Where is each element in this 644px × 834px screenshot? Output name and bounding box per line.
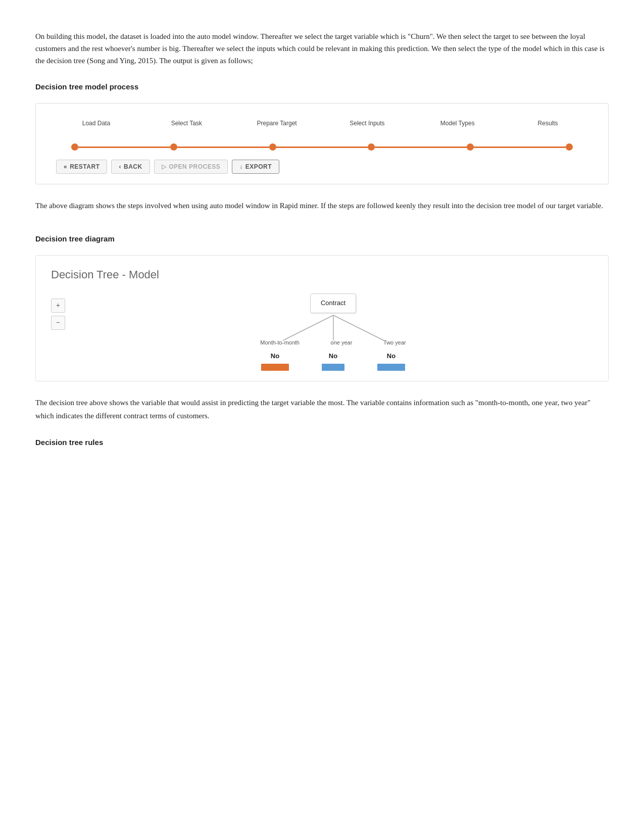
tree-connectors-svg (253, 315, 414, 340)
back-button[interactable]: ‹ BACK (111, 160, 150, 174)
leaf-bar-1 (322, 364, 344, 371)
branch-label-0: Month-to-month (260, 338, 300, 348)
restart-button[interactable]: « RESTART (56, 160, 107, 174)
step-label-results: Results (538, 119, 558, 128)
tree-visual: Contract Month-to-month one year Two yea… (73, 293, 593, 371)
step-label-prepare-target: Prepare Target (257, 119, 296, 128)
leaf-bar-0 (261, 364, 289, 371)
export-button[interactable]: ↓ EXPORT (232, 160, 279, 174)
leaf-node-1: No (322, 351, 344, 371)
decision-tree-rules-section: Decision tree rules (35, 436, 609, 449)
step-results: Results (503, 119, 593, 132)
middle-paragraph: The above diagram shows the steps involv… (35, 200, 609, 213)
tree-diagram-body: + − Contract (51, 293, 593, 371)
branch-label-2: Two year (383, 338, 406, 348)
dot-prepare-target (269, 143, 276, 151)
dot-load-data (71, 143, 78, 151)
restart-icon: « (64, 163, 67, 170)
line-5 (474, 146, 566, 148)
open-process-icon: ▷ (162, 163, 167, 170)
process-section: Decision tree model process Load Data Se… (35, 81, 609, 184)
tree-title: Decision Tree - Model (51, 266, 593, 283)
zoom-out-icon: − (56, 317, 60, 328)
step-model-types: Model Types (412, 119, 503, 132)
export-label: EXPORT (245, 163, 272, 170)
export-icon: ↓ (239, 163, 243, 170)
svg-line-2 (333, 315, 384, 340)
process-diagram: Load Data Select Task Prepare Target Sel… (35, 103, 609, 184)
tree-diagram-container: Decision Tree - Model + − Contract (35, 255, 609, 381)
branch-labels-row: Month-to-month one year Two year (253, 338, 414, 348)
open-process-button[interactable]: ▷ OPEN PROCESS (154, 160, 228, 174)
zoom-out-button[interactable]: − (51, 316, 65, 330)
leaf-label-2: No (387, 351, 395, 362)
dot-results (566, 143, 573, 151)
open-process-label: OPEN PROCESS (169, 163, 220, 170)
step-label-select-task: Select Task (171, 119, 202, 128)
zoom-in-button[interactable]: + (51, 299, 65, 313)
step-label-model-types: Model Types (440, 119, 475, 128)
dot-model-types (467, 143, 474, 151)
tree-diagram-heading: Decision tree diagram (35, 233, 609, 245)
leaf-label-1: No (329, 351, 337, 362)
zoom-in-icon: + (56, 300, 60, 311)
decision-tree-section: Decision tree diagram Decision Tree - Mo… (35, 233, 609, 381)
restart-label: RESTART (70, 163, 100, 170)
process-heading: Decision tree model process (35, 81, 609, 93)
leaf-node-0: No (261, 351, 289, 371)
steps-row: Load Data Select Task Prepare Target Sel… (51, 119, 593, 135)
step-prepare-target: Prepare Target (232, 119, 322, 132)
step-label-select-inputs: Select Inputs (350, 119, 384, 128)
zoom-controls: + − (51, 299, 65, 371)
line-2 (177, 146, 269, 148)
branch-label-1: one year (331, 338, 353, 348)
svg-line-0 (283, 315, 333, 340)
step-load-data: Load Data (51, 119, 141, 132)
line-4 (375, 146, 467, 148)
buttons-row: « RESTART ‹ BACK ▷ OPEN PROCESS ↓ EXPORT (51, 160, 593, 174)
intro-paragraph: On building this model, the dataset is l… (35, 30, 609, 67)
dot-select-inputs (368, 143, 375, 151)
root-node-label: Contract (321, 299, 345, 307)
line-3 (276, 146, 368, 148)
decision-tree-rules-heading: Decision tree rules (35, 436, 609, 449)
back-label: BACK (124, 163, 142, 170)
step-select-task: Select Task (141, 119, 232, 132)
line-1 (78, 146, 170, 148)
leaf-node-2: No (377, 351, 405, 371)
leaf-bar-2 (377, 364, 405, 371)
leaf-nodes-row: No No No (253, 351, 414, 371)
dot-select-task (170, 143, 177, 151)
leaf-label-0: No (271, 351, 279, 362)
back-icon: ‹ (119, 163, 121, 170)
step-select-inputs: Select Inputs (322, 119, 412, 132)
root-node-box: Contract (310, 293, 356, 313)
step-label-load-data: Load Data (82, 119, 110, 128)
tree-paragraph: The decision tree above shows the variab… (35, 397, 609, 422)
